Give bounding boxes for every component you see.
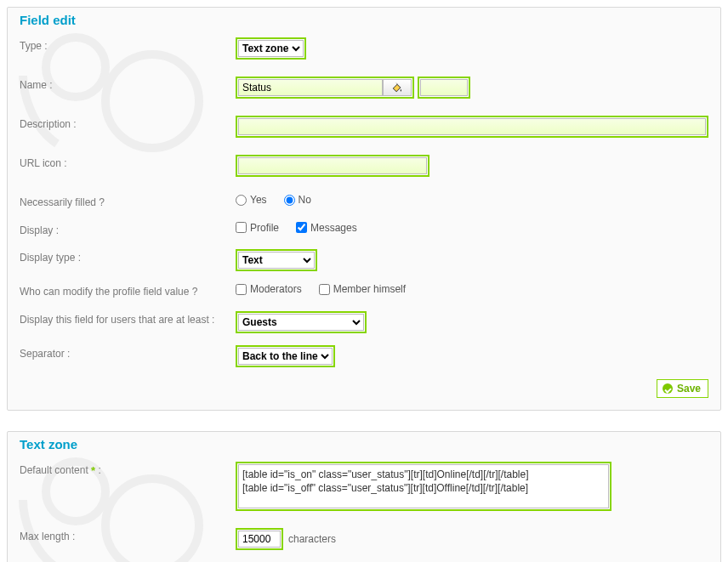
label-display-for: Display this field for users that are at… [20, 311, 236, 327]
label-url-icon: URL icon : [20, 155, 236, 171]
display-for-wrap: Guests [236, 311, 367, 333]
row-default-content: Default content * : [20, 462, 708, 511]
radio-no-label[interactable]: No [284, 194, 311, 206]
check-messages-label[interactable]: Messages [296, 222, 357, 234]
radio-no[interactable] [284, 195, 295, 206]
name-input[interactable] [238, 79, 383, 96]
max-length-input[interactable] [238, 531, 281, 548]
separator-select[interactable]: Back to the line [238, 348, 333, 365]
description-wrap [236, 116, 708, 138]
radio-yes[interactable] [236, 195, 247, 206]
label-type: Type : [20, 37, 236, 54]
description-input[interactable] [238, 118, 706, 135]
url-icon-input[interactable] [238, 157, 427, 174]
row-max-length: Max length : characters [20, 528, 708, 550]
type-select[interactable]: Text zone [238, 40, 304, 57]
check-member[interactable] [319, 284, 330, 295]
check-member-text: Member himself [333, 283, 406, 295]
check-moderators-text: Moderators [250, 283, 302, 295]
panel-title: Field edit [20, 13, 708, 27]
characters-label: characters [288, 533, 336, 545]
label-who-modify: Who can modify the profile field value ? [20, 283, 236, 299]
type-select-wrap: Text zone [236, 37, 306, 60]
check-moderators-label[interactable]: Moderators [236, 283, 302, 295]
check-messages[interactable] [296, 222, 307, 233]
row-name: Name : [20, 77, 708, 99]
check-profile[interactable] [236, 222, 247, 233]
check-profile-text: Profile [250, 222, 279, 234]
row-who-modify: Who can modify the profile field value ?… [20, 283, 708, 299]
save-button[interactable]: Save [657, 379, 708, 398]
name-group [236, 77, 414, 99]
separator-wrap: Back to the line [236, 345, 335, 367]
default-content-wrap [236, 462, 611, 511]
text-zone-panel: Text zone Default content * : Max length… [7, 431, 721, 562]
row-display: Display : Profile Messages [20, 222, 708, 238]
paint-bucket-icon [391, 82, 403, 94]
radio-no-text: No [299, 194, 311, 206]
row-type: Type : Text zone [20, 37, 708, 60]
default-content-textarea[interactable] [238, 464, 609, 508]
field-edit-panel: Field edit Type : Text zone Name : [7, 7, 721, 411]
check-circle-icon [663, 383, 673, 394]
radio-yes-text: Yes [250, 194, 267, 206]
label-default-content-text: Default content [20, 464, 88, 476]
label-display-type: Display type : [20, 249, 236, 265]
check-moderators[interactable] [236, 284, 247, 295]
name-extra-wrap [418, 77, 470, 99]
label-separator: Separator : [20, 345, 236, 361]
color-picker-button[interactable] [383, 79, 412, 96]
label-name: Name : [20, 77, 236, 93]
save-button-label: Save [677, 383, 701, 395]
panel-title-2: Text zone [20, 437, 708, 451]
max-length-wrap [236, 528, 283, 550]
row-url-icon: URL icon : [20, 155, 708, 177]
label-necessarily: Necessarily filled ? [20, 194, 236, 210]
row-display-for: Display this field for users that are at… [20, 311, 708, 333]
check-profile-label[interactable]: Profile [236, 222, 279, 234]
row-display-type: Display type : Text [20, 249, 708, 271]
row-description: Description : [20, 116, 708, 138]
display-type-select[interactable]: Text [238, 252, 315, 269]
display-type-wrap: Text [236, 249, 317, 271]
label-max-length: Max length : [20, 528, 236, 544]
label-description: Description : [20, 116, 236, 132]
check-messages-text: Messages [310, 222, 357, 234]
display-for-select[interactable]: Guests [238, 314, 364, 331]
row-necessarily: Necessarily filled ? Yes No [20, 194, 708, 210]
asterisk-icon: * [91, 464, 95, 477]
label-default-content: Default content * : [20, 462, 236, 479]
check-member-label[interactable]: Member himself [319, 283, 406, 295]
name-extra-input[interactable] [420, 79, 468, 96]
radio-yes-label[interactable]: Yes [236, 194, 267, 206]
label-display: Display : [20, 222, 236, 238]
save-row: Save [20, 379, 708, 398]
url-icon-wrap [236, 155, 429, 177]
row-separator: Separator : Back to the line [20, 345, 708, 367]
